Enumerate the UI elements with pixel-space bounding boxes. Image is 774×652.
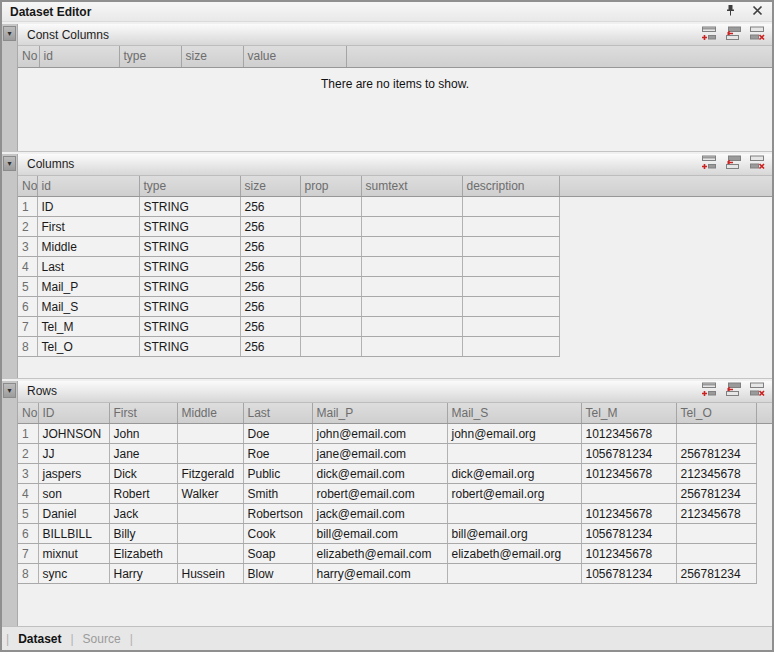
col-header-prop[interactable]: prop: [300, 176, 361, 197]
cell[interactable]: [462, 317, 559, 337]
cell[interactable]: Jack: [109, 504, 177, 524]
cell[interactable]: john@email.org: [447, 424, 581, 444]
cell[interactable]: [676, 524, 756, 544]
cell[interactable]: [462, 197, 559, 217]
cell[interactable]: STRING: [139, 217, 240, 237]
cell[interactable]: STRING: [139, 337, 240, 357]
cell[interactable]: Hussein: [177, 564, 243, 584]
row-number[interactable]: 7: [18, 544, 38, 564]
cell[interactable]: john@email.com: [312, 424, 447, 444]
cell[interactable]: [300, 277, 361, 297]
cell[interactable]: 256: [240, 257, 300, 277]
delete-row-button[interactable]: [748, 383, 767, 400]
cell[interactable]: [177, 504, 243, 524]
cell[interactable]: [462, 297, 559, 317]
insert-row-button[interactable]: [724, 156, 743, 173]
cell[interactable]: bill@email.org: [447, 524, 581, 544]
cell[interactable]: 212345678: [676, 504, 756, 524]
cell[interactable]: robert@email.org: [447, 484, 581, 504]
cell[interactable]: Mail_S: [37, 297, 139, 317]
cell[interactable]: STRING: [139, 197, 240, 217]
cell[interactable]: 1056781234: [581, 524, 676, 544]
cell[interactable]: robert@email.com: [312, 484, 447, 504]
cell[interactable]: Roe: [243, 444, 312, 464]
row-number[interactable]: 4: [18, 484, 38, 504]
cell[interactable]: [447, 444, 581, 464]
col-header-type[interactable]: type: [139, 176, 240, 197]
cell[interactable]: 256: [240, 297, 300, 317]
add-row-button[interactable]: [700, 156, 719, 173]
cell[interactable]: [300, 217, 361, 237]
tab-dataset[interactable]: Dataset: [18, 632, 61, 646]
cell[interactable]: 1012345678: [581, 504, 676, 524]
cell[interactable]: Mail_P: [37, 277, 139, 297]
cell[interactable]: [177, 524, 243, 544]
cell[interactable]: 256: [240, 197, 300, 217]
col-header-first[interactable]: First: [109, 403, 177, 424]
cell[interactable]: Doe: [243, 424, 312, 444]
cell[interactable]: [676, 544, 756, 564]
cell[interactable]: [361, 317, 462, 337]
cell[interactable]: dick@email.org: [447, 464, 581, 484]
collapse-button[interactable]: ▾: [3, 26, 16, 41]
cell[interactable]: STRING: [139, 297, 240, 317]
row-number[interactable]: 7: [18, 317, 37, 337]
row-number[interactable]: 1: [18, 424, 38, 444]
cell[interactable]: [462, 337, 559, 357]
cell[interactable]: 256781234: [676, 484, 756, 504]
cell[interactable]: Blow: [243, 564, 312, 584]
cell[interactable]: 212345678: [676, 464, 756, 484]
cell[interactable]: 256: [240, 277, 300, 297]
col-header-description[interactable]: description: [462, 176, 559, 197]
col-header-size[interactable]: size: [240, 176, 300, 197]
cell[interactable]: [300, 317, 361, 337]
cell[interactable]: [361, 257, 462, 277]
cell[interactable]: [447, 504, 581, 524]
cell[interactable]: 1056781234: [581, 444, 676, 464]
delete-row-button[interactable]: [748, 26, 767, 43]
cell[interactable]: [462, 217, 559, 237]
cell[interactable]: STRING: [139, 317, 240, 337]
cell[interactable]: dick@email.com: [312, 464, 447, 484]
cell[interactable]: 1012345678: [581, 464, 676, 484]
cell[interactable]: Harry: [109, 564, 177, 584]
delete-row-button[interactable]: [748, 156, 767, 173]
cell[interactable]: jack@email.com: [312, 504, 447, 524]
cell[interactable]: Tel_O: [37, 337, 139, 357]
cell[interactable]: Elizabeth: [109, 544, 177, 564]
cell[interactable]: Dick: [109, 464, 177, 484]
cell[interactable]: Smith: [243, 484, 312, 504]
cell[interactable]: First: [37, 217, 139, 237]
row-number[interactable]: 3: [18, 237, 37, 257]
cell[interactable]: [447, 564, 581, 584]
col-header-sumtext[interactable]: sumtext: [361, 176, 462, 197]
cell[interactable]: [300, 257, 361, 277]
cell[interactable]: [300, 337, 361, 357]
row-number[interactable]: 4: [18, 257, 37, 277]
cell[interactable]: 256781234: [676, 444, 756, 464]
col-header-last[interactable]: Last: [243, 403, 312, 424]
cell[interactable]: Fitzgerald: [177, 464, 243, 484]
cell[interactable]: JOHNSON: [38, 424, 109, 444]
cell[interactable]: elizabeth@email.com: [312, 544, 447, 564]
col-header-size[interactable]: size: [181, 46, 243, 67]
cell[interactable]: Soap: [243, 544, 312, 564]
insert-row-button[interactable]: [724, 26, 743, 43]
row-number[interactable]: 6: [18, 524, 38, 544]
row-number[interactable]: 5: [18, 277, 37, 297]
cell[interactable]: [462, 237, 559, 257]
cell[interactable]: mixnut: [38, 544, 109, 564]
cell[interactable]: Public: [243, 464, 312, 484]
col-header-middle[interactable]: Middle: [177, 403, 243, 424]
row-number[interactable]: 6: [18, 297, 37, 317]
cell[interactable]: Billy: [109, 524, 177, 544]
cell[interactable]: [177, 424, 243, 444]
add-row-button[interactable]: [700, 26, 719, 43]
cell[interactable]: [300, 197, 361, 217]
cell[interactable]: Cook: [243, 524, 312, 544]
cell[interactable]: [361, 197, 462, 217]
cell[interactable]: 1056781234: [581, 564, 676, 584]
cell[interactable]: [300, 237, 361, 257]
cell[interactable]: jane@email.com: [312, 444, 447, 464]
col-header-type[interactable]: type: [119, 46, 181, 67]
